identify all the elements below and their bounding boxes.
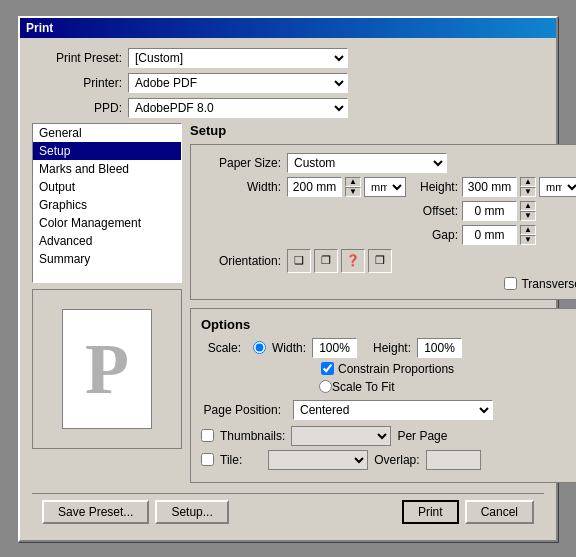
scale-height-label: Height: (373, 341, 411, 355)
preview-inner: P (62, 309, 152, 429)
nav-item-marks-bleed[interactable]: Marks and Bleed (33, 160, 181, 178)
scale-row: Scale: Width: Height: (201, 338, 576, 358)
main-content: General Setup Marks and Bleed Output Gra… (32, 123, 544, 483)
nav-item-general[interactable]: General (33, 124, 181, 142)
right-buttons: Print Cancel (402, 500, 534, 524)
offset-input[interactable] (462, 201, 517, 221)
gap-down-btn[interactable]: ▼ (520, 235, 536, 245)
orient-landscape-flip-btn[interactable]: ❒ (368, 249, 392, 273)
transverse-row: Transverse (201, 277, 576, 291)
tile-label: Tile: (220, 453, 242, 467)
scalefit-label: Scale To Fit (332, 380, 394, 394)
offset-up-btn[interactable]: ▲ (520, 201, 536, 211)
transverse-checkbox[interactable] (504, 277, 517, 290)
scalefit-row: Scale To Fit (319, 380, 576, 394)
dimensions-row: Width: ▲ ▼ mm (201, 177, 576, 245)
setup-section-title: Setup (190, 123, 576, 138)
offset-down-btn[interactable]: ▼ (520, 211, 536, 221)
thumbnails-label: Thumbnails: (220, 429, 285, 443)
gap-label: Gap: (416, 228, 458, 242)
orientation-row: Orientation: ❑ ❐ ❓ ❒ (201, 249, 576, 273)
offset-row: Offset: ▲ ▼ (416, 201, 576, 221)
scale-width-label: Width: (272, 341, 306, 355)
preview-p-letter: P (85, 333, 129, 405)
scale-label: Scale: (201, 341, 241, 355)
ppd-select[interactable]: AdobePDF 8.0 (128, 98, 348, 118)
per-page-label: Per Page (397, 429, 447, 443)
paper-size-row: Paper Size: Custom (201, 153, 576, 173)
nav-item-summary[interactable]: Summary (33, 250, 181, 268)
scalefit-radio[interactable] (319, 380, 332, 393)
gap-spin-group: ▲ ▼ (462, 225, 536, 245)
width-radio[interactable] (253, 341, 266, 354)
overlap-label: Overlap: (374, 453, 419, 467)
print-preset-select[interactable]: [Custom] (128, 48, 348, 68)
preview-box: P (32, 289, 182, 449)
width-unit-select[interactable]: mm (364, 177, 406, 197)
dialog-body: Print Preset: [Custom] Printer: Adobe PD… (20, 38, 556, 540)
options-box: Options Scale: Width: Height: Constrain … (190, 308, 576, 483)
nav-item-graphics[interactable]: Graphics (33, 196, 181, 214)
height-spin-group: ▲ ▼ mm (462, 177, 576, 197)
left-dims: Width: ▲ ▼ mm (201, 177, 406, 245)
scale-height-input[interactable] (417, 338, 462, 358)
printer-row: Printer: Adobe PDF (32, 73, 544, 93)
save-preset-button[interactable]: Save Preset... (42, 500, 149, 524)
scale-width-input[interactable] (312, 338, 357, 358)
setup-button[interactable]: Setup... (155, 500, 228, 524)
width-spin-buttons: ▲ ▼ (345, 177, 361, 197)
nav-item-advanced[interactable]: Advanced (33, 232, 181, 250)
tile-row: Tile: Overlap: (201, 450, 576, 470)
nav-item-setup[interactable]: Setup (33, 142, 181, 160)
paper-size-select[interactable]: Custom (287, 153, 447, 173)
nav-item-output[interactable]: Output (33, 178, 181, 196)
gap-spin-buttons: ▲ ▼ (520, 225, 536, 245)
offset-spin-buttons: ▲ ▼ (520, 201, 536, 221)
ppd-row: PPD: AdobePDF 8.0 (32, 98, 544, 118)
orient-portrait-btn[interactable]: ❑ (287, 249, 311, 273)
constrain-checkbox[interactable] (321, 362, 334, 375)
page-position-select[interactable]: Centered (293, 400, 493, 420)
nav-item-color-management[interactable]: Color Management (33, 214, 181, 232)
overlap-input[interactable] (426, 450, 481, 470)
tile-checkbox[interactable] (201, 453, 214, 466)
thumbnails-checkbox[interactable] (201, 429, 214, 442)
constrain-row: Constrain Proportions (321, 362, 576, 376)
ppd-label: PPD: (32, 101, 122, 115)
transverse-label: Transverse (521, 277, 576, 291)
printer-select[interactable]: Adobe PDF (128, 73, 348, 93)
preset-row: Print Preset: [Custom] (32, 48, 544, 68)
width-spin-group: ▲ ▼ mm (287, 177, 406, 197)
height-row: Height: ▲ ▼ mm (416, 177, 576, 197)
left-panel: General Setup Marks and Bleed Output Gra… (32, 123, 182, 483)
width-down-btn[interactable]: ▼ (345, 187, 361, 197)
tile-select[interactable] (268, 450, 368, 470)
height-down-btn[interactable]: ▼ (520, 187, 536, 197)
nav-list: General Setup Marks and Bleed Output Gra… (32, 123, 182, 283)
height-up-btn[interactable]: ▲ (520, 177, 536, 187)
orient-portrait-flip-btn[interactable]: ❓ (341, 249, 365, 273)
width-up-btn[interactable]: ▲ (345, 177, 361, 187)
right-panel: Setup Paper Size: Custom Width: (190, 123, 576, 483)
width-input[interactable] (287, 177, 342, 197)
orient-landscape-btn[interactable]: ❐ (314, 249, 338, 273)
thumbnails-row: Thumbnails: Per Page (201, 426, 576, 446)
height-spin-buttons: ▲ ▼ (520, 177, 536, 197)
title-bar: Print (20, 18, 556, 38)
gap-up-btn[interactable]: ▲ (520, 225, 536, 235)
preset-label: Print Preset: (32, 51, 122, 65)
offset-label: Offset: (416, 204, 458, 218)
height-input[interactable] (462, 177, 517, 197)
printer-label: Printer: (32, 76, 122, 90)
print-button[interactable]: Print (402, 500, 459, 524)
height-unit-select[interactable]: mm (539, 177, 576, 197)
cancel-button[interactable]: Cancel (465, 500, 534, 524)
print-dialog: Print Print Preset: [Custom] Printer: Ad… (18, 16, 558, 542)
gap-input[interactable] (462, 225, 517, 245)
width-label: Width: (201, 180, 281, 194)
dialog-title: Print (26, 21, 53, 35)
orientation-label: Orientation: (201, 254, 281, 268)
paper-size-label: Paper Size: (201, 156, 281, 170)
thumbnails-select[interactable] (291, 426, 391, 446)
width-row: Width: ▲ ▼ mm (201, 177, 406, 197)
